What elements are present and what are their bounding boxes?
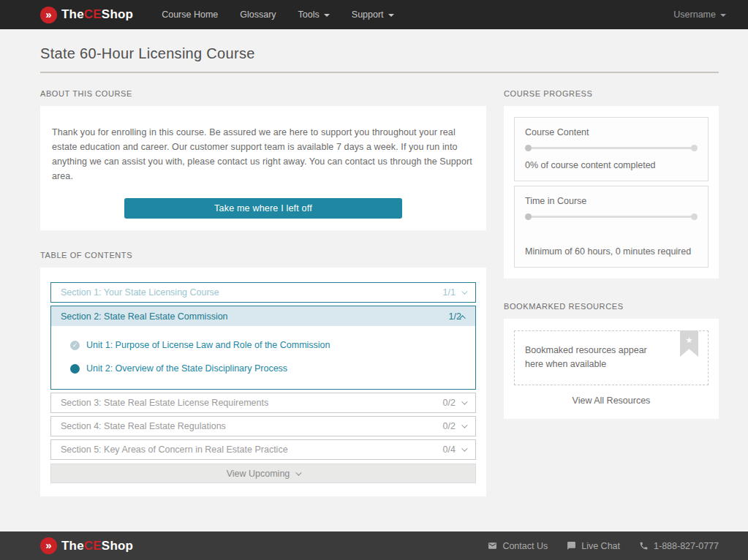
table-of-contents: Section 1: Your State Licensing Course 1… — [40, 268, 486, 496]
progress-end-dot — [691, 145, 698, 151]
toc-unit-label: Unit 2: Overview of the State Disciplina… — [86, 363, 287, 374]
progress-title: Course Content — [525, 127, 698, 137]
toc-section-1[interactable]: Section 1: Your State Licensing Course 1… — [50, 282, 476, 303]
chevron-down-icon — [461, 422, 467, 428]
contact-us-link[interactable]: Contact Us — [488, 541, 548, 551]
about-paragraph: Thank you for enrolling in this course. … — [52, 125, 475, 183]
top-navbar: » TheCEShop Course Home Glossary Tools S… — [0, 0, 748, 29]
about-heading: ABOUT THIS COURSE — [40, 89, 486, 98]
page-title: State 60-Hour Licensing Course — [40, 45, 719, 73]
nav-item-tools[interactable]: Tools — [290, 5, 338, 24]
nav-item-course-home[interactable]: Course Home — [154, 5, 226, 24]
toc-section-5[interactable]: Section 5: Key Areas of Concern in Real … — [50, 439, 476, 460]
envelope-icon — [488, 541, 497, 550]
live-chat-link[interactable]: Live Chat — [567, 541, 620, 551]
toc-section-progress: 0/2 — [443, 398, 456, 408]
brand-wordmark: TheCEShop — [61, 7, 133, 22]
view-upcoming-button[interactable]: View Upcoming — [50, 463, 476, 483]
bookmarks-empty-state: Bookmaked resources appear here when ava… — [514, 330, 709, 385]
nav-item-support[interactable]: Support — [344, 5, 402, 24]
toc-section-label: Section 5: Key Areas of Concern in Real … — [61, 444, 288, 455]
progress-title: Time in Course — [525, 196, 698, 206]
toc-section-4[interactable]: Section 4: State Real Estate Regulations… — [50, 416, 476, 436]
chevron-down-icon — [324, 14, 330, 17]
user-menu[interactable]: Username — [673, 10, 726, 20]
toc-section-label: Section 3: State Real Estate License Req… — [61, 398, 268, 408]
main-content: State 60-Hour Licensing Course ABOUT THI… — [0, 29, 748, 531]
time-in-course-progress: Time in Course Minimum of 60 hours, 0 mi… — [514, 186, 709, 268]
chevron-down-icon — [461, 445, 467, 451]
toc-section-progress: 1/2 — [449, 311, 461, 322]
bookmark-star-icon: ★ — [680, 330, 698, 357]
resume-course-button[interactable]: Take me where I left off — [124, 198, 402, 219]
nav-item-glossary[interactable]: Glossary — [232, 5, 284, 24]
double-chevron-icon: » — [40, 537, 57, 554]
progress-bar — [525, 213, 698, 220]
main-nav: Course Home Glossary Tools Support — [154, 5, 401, 24]
progress-thumb — [525, 145, 532, 151]
toc-unit-1[interactable]: ✓ Unit 1: Purpose of License Law and Rol… — [51, 333, 475, 357]
progress-thumb — [525, 213, 532, 220]
toc-section-progress: 1/1 — [443, 287, 456, 298]
progress-bar — [525, 145, 698, 151]
chat-bubble-icon — [567, 541, 576, 550]
chevron-down-icon — [388, 14, 394, 17]
phone-icon — [639, 541, 649, 550]
brand-wordmark: TheCEShop — [61, 539, 133, 553]
toc-heading: TABLE OF CONTENTS — [40, 251, 486, 260]
toc-section-2-units: ✓ Unit 1: Purpose of License Law and Rol… — [51, 326, 475, 389]
toc-section-2[interactable]: Section 2: State Real Estate Commission … — [51, 306, 475, 326]
chevron-down-icon — [295, 469, 301, 475]
toc-unit-2[interactable]: Unit 2: Overview of the State Disciplina… — [51, 357, 475, 380]
course-progress-card: Course Content 0% of course content comp… — [504, 106, 719, 279]
phone-link[interactable]: 1-888-827-0777 — [639, 541, 719, 551]
footer: » TheCEShop Contact Us Live Chat 1-888-8… — [0, 531, 748, 560]
course-content-progress: Course Content 0% of course content comp… — [514, 117, 709, 181]
toc-section-label: Section 1: Your State Licensing Course — [61, 287, 219, 298]
course-progress-heading: COURSE PROGRESS — [504, 89, 719, 98]
bookmarks-empty-message: Bookmaked resources appear here when ava… — [525, 345, 647, 369]
chevron-down-icon — [461, 398, 467, 404]
bookmarked-resources-card: Bookmaked resources appear here when ava… — [504, 319, 719, 419]
chevron-down-icon — [720, 14, 726, 17]
toc-section-2-expanded: Section 2: State Real Estate Commission … — [50, 306, 476, 390]
toc-section-label: Section 2: State Real Estate Commission — [61, 311, 228, 322]
view-all-resources-link[interactable]: View All Resources — [514, 396, 709, 406]
chevron-down-icon — [461, 288, 467, 294]
progress-caption: Minimum of 60 hours, 0 minutes required — [525, 246, 698, 257]
toc-section-label: Section 4: State Real Estate Regulations — [61, 421, 226, 431]
progress-caption: 0% of course content completed — [525, 160, 698, 170]
toc-unit-label: Unit 1: Purpose of License Law and Role … — [86, 340, 330, 350]
username-label: Username — [673, 10, 716, 20]
double-chevron-icon: » — [40, 7, 57, 23]
toc-section-3[interactable]: Section 3: State Real Estate License Req… — [50, 393, 476, 413]
progress-end-dot — [691, 213, 698, 220]
toc-section-progress: 0/2 — [443, 421, 456, 431]
about-card: Thank you for enrolling in this course. … — [40, 106, 486, 230]
footer-brand-logo[interactable]: » TheCEShop — [40, 537, 133, 554]
toc-section-progress: 0/4 — [443, 444, 456, 455]
in-progress-dot-icon — [70, 364, 80, 374]
completed-check-icon: ✓ — [70, 341, 80, 350]
bookmarks-heading: BOOKMARKED RESOURCES — [504, 302, 719, 311]
brand-logo[interactable]: » TheCEShop — [40, 7, 133, 23]
